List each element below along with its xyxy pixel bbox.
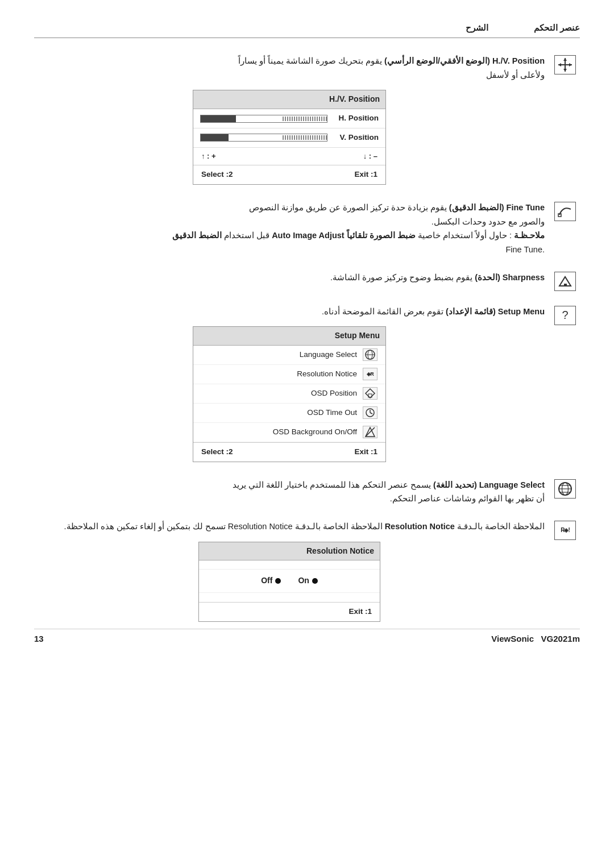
lang-select-desc2: أن تظهر بها القوائم وشاشات عناصر التحكم.	[390, 494, 545, 503]
setup-item-osd-timeout: OSD Time Out	[193, 404, 385, 423]
res-spacer-bottom	[199, 593, 380, 602]
hv-v-position-row: V. Position	[193, 128, 385, 148]
hv-diagram-container: H./V. Position H. Position	[34, 82, 545, 187]
svg-marker-2	[563, 58, 567, 61]
fine-tune-note-end: .Fine Tune	[505, 245, 545, 254]
res-off-bullet	[275, 578, 281, 584]
fine-tune-icon	[554, 202, 576, 221]
setup-osd-pos-icon	[363, 387, 377, 400]
hv-diagram: H./V. Position H. Position	[193, 90, 386, 185]
hv-v-fill	[201, 134, 229, 141]
setup-footer: 1: Exit 2: Select	[193, 442, 385, 462]
hv-title-en: H./V. Position	[492, 56, 545, 65]
setup-diagram-container: Setup Menu Language Select	[34, 318, 545, 464]
res-footer: 1: Exit	[199, 602, 380, 621]
fine-tune-note: : حاول أولاً استخدام خاصية ضبط الصورة تل…	[172, 231, 512, 240]
footer-brand: ViewSonic VG2021m	[491, 634, 580, 643]
res-diagram-container: Resolution Notice On Off	[34, 534, 545, 625]
lang-select-desc: يسمح عنصر التحكم هذا للمستخدم باختيار ال…	[233, 480, 431, 489]
setup-osd-time-label: OSD Time Out	[307, 406, 357, 420]
res-diagram-title: Resolution Notice	[199, 542, 380, 561]
section-resolution-notice: الملاحظة الخاصة بالـدقـة Resolution Noti…	[34, 520, 580, 624]
sharpness-icon	[554, 272, 576, 291]
res-option-on: On	[298, 574, 317, 588]
setup-osd-pos-label: OSD Position	[311, 387, 357, 400]
svg-line-16	[370, 413, 372, 414]
setup-menu-text: Setup Menu (قائمة الإعداد) تقوم بعرض الق…	[34, 305, 545, 464]
hv-title-ar: (الوضع الأفقي/الوضع الرأسي)	[382, 56, 490, 65]
fine-tune-desc2: والصور مع حدود وحدات البكسل.	[432, 217, 545, 226]
res-options-row: On Off	[199, 570, 380, 593]
res-footer-exit: 1: Exit	[349, 607, 372, 616]
setup-lang-icon	[363, 348, 377, 361]
setup-menu-icon-box: ?	[550, 305, 580, 325]
hv-diagram-title: H./V. Position	[193, 90, 385, 109]
section-hv-position: H./V. Position (الوضع الأفقي/الوضع الرأس…	[34, 54, 580, 187]
svg-marker-4	[558, 63, 561, 67]
lang-select-title-en: Language Select	[479, 480, 545, 489]
svg-rect-8	[564, 284, 567, 286]
hv-v-tick-marks	[283, 134, 327, 141]
setup-desc: تقوم بعرض القائمة الموضحة أدناه.	[322, 307, 443, 316]
res-notice-en: Resolution Notice	[383, 522, 455, 531]
header-col2: الشرح	[466, 23, 488, 33]
svg-marker-12	[366, 389, 375, 398]
hv-desc2-ar: ولأعلى أو لأسفل	[486, 70, 545, 80]
hv-position-text: H./V. Position (الوضع الأفقي/الوضع الرأس…	[34, 54, 545, 187]
setup-footer-select: 2: Select	[201, 446, 233, 459]
sharpness-title-ar: (الحدة)	[472, 273, 500, 282]
hv-v-slider	[200, 134, 327, 142]
setup-diagram-title: Setup Menu	[193, 327, 385, 346]
sharpness-text: Sharpness (الحدة) يقوم بضبط وضوح وتركيز …	[34, 271, 545, 285]
setup-title-ar: (قائمة الإعداد)	[443, 307, 496, 316]
res-on-label: On	[298, 574, 309, 588]
hv-plus-arrow: + : ↑	[201, 150, 216, 163]
setup-res-label: Resolution Notice	[297, 368, 357, 381]
globe-icon	[557, 481, 573, 497]
hv-footer-select: 2: Select	[201, 168, 233, 181]
svg-line-18	[366, 427, 375, 437]
res-notice-icon: R◈!	[554, 521, 576, 540]
res-diagram: Resolution Notice On Off	[198, 542, 380, 622]
res-off-label: Off	[261, 574, 272, 588]
hv-footer: 1: Exit 2: Select	[193, 165, 385, 184]
hv-h-ticks	[241, 115, 327, 122]
res-on-bullet	[312, 578, 318, 584]
hv-h-label: H. Position	[327, 112, 379, 125]
section-language-select: Language Select (تحديد اللغة) يسمح عنصر …	[34, 478, 580, 506]
setup-item-language: Language Select	[193, 346, 385, 365]
page-number: 13	[34, 634, 44, 643]
setup-res-icon: R◈	[363, 368, 377, 380]
hv-h-slider	[200, 115, 327, 123]
hv-h-tick-marks	[283, 115, 327, 122]
page: الشرح عنصر التحكم H./V. Position (الوضع …	[0, 0, 614, 661]
page-footer: 13 ViewSonic VG2021m	[34, 629, 580, 643]
brand-name: ViewSonic	[491, 634, 534, 643]
svg-marker-5	[569, 63, 572, 67]
svg-marker-3	[563, 69, 567, 72]
move-arrows-svg	[557, 57, 573, 73]
fine-tune-title-en: Fine Tune	[507, 203, 545, 212]
section-fine-tune: Fine Tune (الضبط الدقيق) يقوم بزيادة حدة…	[34, 201, 580, 257]
res-spacer-top	[199, 560, 380, 570]
hv-v-label: V. Position	[327, 131, 379, 144]
setup-osd-bg-label: OSD Background On/Off	[273, 426, 357, 439]
fine-tune-text: Fine Tune (الضبط الدقيق) يقوم بزيادة حدة…	[34, 201, 545, 257]
sharpness-svg	[557, 273, 573, 289]
setup-lang-label: Language Select	[300, 348, 357, 362]
res-notice-desc2: الملاحظة الخاصة بالـدقـة Resolution Noti…	[64, 522, 383, 531]
setup-osd-time-icon	[363, 406, 377, 419]
model-name: VG2021m	[541, 634, 580, 643]
fine-tune-desc: يقوم بزيادة حدة تركيز الصورة عن طريق موا…	[249, 203, 447, 212]
setup-item-resolution: R◈ Resolution Notice	[193, 365, 385, 384]
lang-select-icon	[554, 479, 576, 499]
header-row: الشرح عنصر التحكم	[34, 23, 580, 38]
hv-h-fill	[201, 115, 236, 122]
hv-position-icon	[554, 55, 576, 74]
setup-footer-exit: 1: Exit	[354, 446, 377, 459]
lang-select-title-ar: (تحديد اللغة)	[431, 480, 477, 489]
section-sharpness: Sharpness (الحدة) يقوم بضبط وضوح وتركيز …	[34, 271, 580, 291]
setup-menu-icon: ?	[554, 306, 576, 325]
sharpness-desc: يقوم بضبط وضوح وتركيز صورة الشاشة.	[330, 273, 472, 282]
sharpness-icon-box	[550, 271, 580, 291]
